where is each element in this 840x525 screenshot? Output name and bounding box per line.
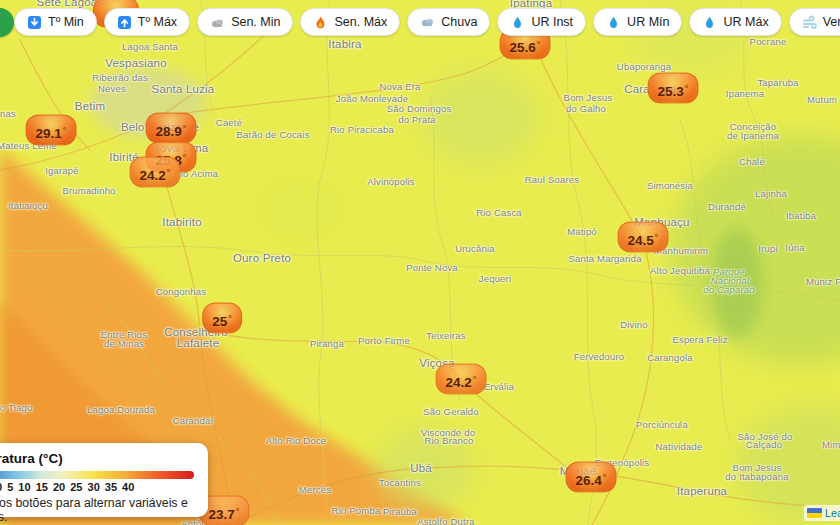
- toolbar-button-sen-m-x[interactable]: Sen. Máx: [300, 8, 400, 36]
- city-label: Mutum: [807, 94, 837, 105]
- toolbar-button-ur-inst[interactable]: UR Inst: [497, 8, 586, 36]
- city-label: Fervedouro: [574, 351, 625, 362]
- degree-symbol: °: [473, 374, 477, 384]
- legend-help-text: Clique nos botões para alternar variávei…: [0, 496, 194, 524]
- temperature-marker[interactable]: 28.9°: [146, 113, 197, 144]
- temperature-value: 24.2: [140, 168, 166, 183]
- city-label: Ipanema: [726, 88, 764, 99]
- city-label: Ubá: [410, 462, 432, 474]
- temperature-marker[interactable]: 25.3°: [648, 73, 699, 104]
- toolbar-button-label: Tº Máx: [138, 15, 177, 29]
- city-label: Divino: [620, 319, 648, 330]
- city-label: Neves: [98, 83, 126, 94]
- city-label: Congonhas: [156, 286, 206, 297]
- temperature-value: 25: [212, 314, 227, 329]
- city-label: Chalé: [739, 156, 765, 167]
- toolbar-button-label: Tº Min: [48, 15, 84, 29]
- toolbar-button-ur-m-n[interactable]: UR Mín: [593, 8, 682, 36]
- temperature-marker[interactable]: 24.2°: [130, 157, 181, 188]
- temperature-value: 24.2: [446, 375, 472, 390]
- toolbar-button-label: UR Inst: [531, 15, 573, 29]
- temperature-marker[interactable]: 24.5°: [618, 222, 669, 253]
- city-label: do Itabapoana: [725, 471, 788, 482]
- city-label: Vespasiano: [105, 57, 166, 69]
- city-label: nas: [0, 108, 16, 119]
- droplet-icon: [702, 15, 717, 30]
- droplet-icon: [510, 15, 525, 30]
- city-label: Mercês: [299, 484, 331, 495]
- city-label: Espera Feliz: [672, 334, 727, 345]
- city-label: de Minas: [104, 338, 144, 349]
- temp-max-icon: [117, 15, 132, 30]
- degree-symbol: °: [537, 39, 541, 49]
- toolbar-button-ur-m-x[interactable]: UR Máx: [689, 8, 781, 36]
- park-label: do Caparaó: [703, 284, 755, 295]
- city-label: Itabirito: [162, 216, 202, 228]
- toolbar-button-t-min[interactable]: Tº Min: [14, 8, 97, 36]
- city-label: São Tiago: [0, 402, 33, 413]
- city-label: Ribeirão das: [92, 72, 148, 83]
- cloud-gray-icon: [210, 15, 225, 30]
- city-label: Carandaí: [173, 415, 214, 426]
- ukraine-flag-icon: [807, 508, 822, 518]
- city-label: Betim: [75, 100, 105, 112]
- degree-symbol: °: [236, 506, 240, 516]
- temperature-value: 25.3: [658, 84, 684, 99]
- city-label: Ibatiba: [786, 210, 816, 221]
- city-label: Itabira: [328, 38, 361, 50]
- degree-symbol: °: [603, 472, 607, 482]
- city-label: Ouro Preto: [233, 252, 291, 264]
- toolbar-button-chuva[interactable]: Chuva: [407, 8, 490, 36]
- toolbar-button-label: Sen. Máx: [334, 15, 387, 29]
- city-label: Calçado: [746, 439, 782, 450]
- city-label: Itatiaiuçu: [8, 200, 48, 211]
- toolbar-button-sen-min[interactable]: Sen. Min: [197, 8, 293, 36]
- city-label: Iúna: [785, 242, 804, 253]
- city-label: Teixeiras: [426, 330, 465, 341]
- city-label: Nova Era: [379, 81, 420, 92]
- city-label: Porciúncula: [636, 419, 688, 430]
- temperature-value: 25.6: [510, 40, 536, 55]
- city-label: Ubaporanga: [617, 61, 671, 72]
- toolbar-button-label: Sen. Min: [231, 15, 280, 29]
- leaflet-attribution-link[interactable]: Leaflet: [825, 507, 840, 519]
- city-label: Rio Branco: [425, 435, 474, 446]
- city-label: Piraúba: [383, 506, 417, 517]
- city-label: Barão de Cocais: [236, 129, 309, 140]
- city-label: São Domingos: [387, 103, 452, 114]
- city-label: Durandé: [708, 201, 746, 212]
- temperature-value: 29.1: [36, 126, 62, 141]
- city-label: Lajinha: [755, 188, 787, 199]
- city-label: Urucânia: [455, 243, 495, 254]
- city-label: Caeté: [216, 117, 242, 128]
- city-label: Carangola: [647, 352, 693, 363]
- weather-map[interactable]: Tº MinTº MáxSen. MinSen. MáxChuvaUR Inst…: [0, 0, 840, 525]
- city-label: Porto Firme: [358, 335, 410, 346]
- city-label: Brumadinho: [62, 185, 115, 196]
- temperature-value: 26.4: [576, 473, 602, 488]
- city-label: Rio Piracicaba: [330, 124, 394, 135]
- degree-symbol: °: [228, 313, 232, 323]
- city-label: Lagoa Santa: [122, 41, 178, 52]
- city-label: Santa Margarida: [568, 253, 641, 264]
- city-label: Rio Casca: [476, 207, 522, 218]
- city-label: Igarapé: [45, 165, 79, 176]
- rain-cloud-icon: [420, 15, 435, 30]
- temperature-value: 23.7: [209, 507, 235, 522]
- degree-symbol: °: [167, 167, 171, 177]
- temp-min-icon: [27, 15, 42, 30]
- city-label: Alto Rio Doce: [266, 435, 327, 446]
- toolbar-button-vento[interactable]: Vento: [789, 8, 840, 36]
- map-attribution: Leaflet: [804, 505, 840, 521]
- temperature-marker[interactable]: 25°: [202, 303, 242, 334]
- temperature-marker[interactable]: 24.2°: [436, 364, 487, 395]
- city-label: Raul Soares: [525, 174, 579, 185]
- toolbar-button-t-m-x[interactable]: Tº Máx: [104, 8, 190, 36]
- degree-symbol: °: [655, 232, 659, 242]
- flame-icon: [313, 15, 328, 30]
- degree-symbol: °: [63, 125, 67, 135]
- temperature-marker[interactable]: 26.4°: [566, 462, 617, 493]
- toolbar-button-label: UR Mín: [627, 15, 669, 29]
- temperature-marker[interactable]: 29.1°: [26, 115, 77, 146]
- city-label: Piranga: [310, 338, 344, 349]
